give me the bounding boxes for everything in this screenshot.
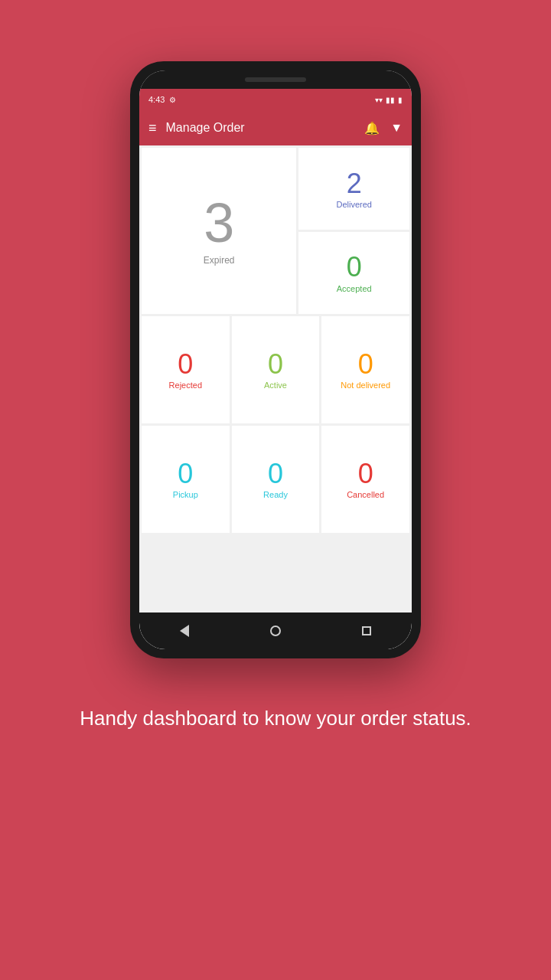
pickup-value: 0 <box>178 459 193 489</box>
app-bar: ≡ Manage Order 🔔 ▼ <box>139 110 412 145</box>
tile-accepted[interactable]: 0 Accepted <box>298 232 409 314</box>
not-delivered-value: 0 <box>358 349 373 380</box>
ready-label: Ready <box>263 490 288 499</box>
status-right: ▾▾ ▮▮ ▮ <box>375 96 403 104</box>
accepted-value: 0 <box>347 252 362 283</box>
phone-screen: 4:43 ⚙ ▾▾ ▮▮ ▮ ≡ Manage Order 🔔 ▼ <box>139 70 412 649</box>
phone-mockup: 4:43 ⚙ ▾▾ ▮▮ ▮ ≡ Manage Order 🔔 ▼ <box>130 61 421 658</box>
delivered-label: Delivered <box>336 200 371 209</box>
settings-icon: ⚙ <box>169 96 176 104</box>
rejected-value: 0 <box>178 349 193 380</box>
expired-value: 3 <box>204 195 234 250</box>
page-caption: Handy dashboard to know your order statu… <box>80 704 471 732</box>
status-bar: 4:43 ⚙ ▾▾ ▮▮ ▮ <box>139 89 412 110</box>
menu-icon[interactable]: ≡ <box>148 120 157 136</box>
status-time: 4:43 <box>148 95 165 104</box>
tile-pickup[interactable]: 0 Pickup <box>142 426 230 533</box>
signal-icon: ▮▮ <box>386 96 395 104</box>
cancelled-value: 0 <box>358 459 373 489</box>
tile-row-2: 0 Rejected 0 Active 0 Not delivered <box>142 316 409 423</box>
wifi-icon: ▾▾ <box>375 96 383 104</box>
status-left: 4:43 ⚙ <box>148 95 176 104</box>
appbar-actions: 🔔 ▼ <box>364 121 403 136</box>
rejected-label: Rejected <box>169 381 202 390</box>
tile-not-delivered[interactable]: 0 Not delivered <box>321 316 409 423</box>
delivered-value: 2 <box>347 168 362 199</box>
active-value: 0 <box>268 349 283 380</box>
tile-active[interactable]: 0 Active <box>232 316 320 423</box>
not-delivered-label: Not delivered <box>341 381 390 390</box>
bottom-nav <box>139 612 412 649</box>
home-button[interactable] <box>268 623 283 639</box>
recents-button[interactable] <box>359 623 374 639</box>
pickup-label: Pickup <box>173 490 198 499</box>
tile-expired[interactable]: 3 Expired <box>142 148 296 314</box>
back-button[interactable] <box>177 623 192 639</box>
filter-icon[interactable]: ▼ <box>390 121 403 135</box>
tile-rejected[interactable]: 0 Rejected <box>142 316 230 423</box>
tile-ready[interactable]: 0 Ready <box>232 426 320 533</box>
tile-delivered[interactable]: 2 Delivered <box>298 148 409 230</box>
cancelled-label: Cancelled <box>347 490 384 499</box>
tile-right-stack: 2 Delivered 0 Accepted <box>298 148 409 314</box>
ready-value: 0 <box>268 459 283 489</box>
expired-label: Expired <box>204 255 235 266</box>
notification-icon[interactable]: 🔔 <box>364 121 380 136</box>
dashboard: 3 Expired 2 Delivered 0 Accepted <box>139 145 412 612</box>
battery-icon: ▮ <box>398 96 403 104</box>
tile-row-3: 0 Pickup 0 Ready 0 Cancelled <box>142 426 409 533</box>
empty-space <box>142 535 409 566</box>
page-wrapper: 4:43 ⚙ ▾▾ ▮▮ ▮ ≡ Manage Order 🔔 ▼ <box>0 0 551 980</box>
tile-cancelled[interactable]: 0 Cancelled <box>321 426 409 533</box>
phone-speaker <box>245 77 306 82</box>
accepted-label: Accepted <box>337 284 372 293</box>
phone-top-bar <box>139 70 412 89</box>
app-title: Manage Order <box>166 121 365 135</box>
active-label: Active <box>264 381 287 390</box>
